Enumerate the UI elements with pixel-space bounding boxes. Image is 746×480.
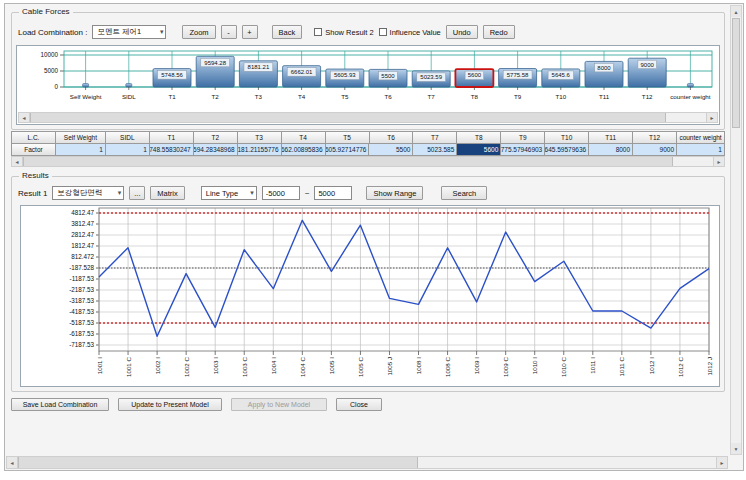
cable-forces-bar-chart[interactable]: 0500010000Self WeightSIDL5748.56T19594.2… [18, 47, 718, 113]
line-chart-x-label: 1003 I [212, 357, 219, 374]
line-chart-x-label: 1001 I [96, 357, 103, 374]
factor-table-header-cell: T1 [150, 132, 194, 144]
factor-cell[interactable]: 5748.55830247 [150, 144, 194, 156]
line-type-select[interactable]: Line Type ▾ [201, 186, 257, 200]
chevron-down-icon: ▾ [250, 189, 254, 197]
bar-chart-x-label: T5 [341, 93, 349, 100]
factor-cell[interactable]: 5600 [457, 144, 501, 156]
line-chart-y-tick: -7187.53 [69, 341, 94, 348]
scroll-down-icon[interactable]: ▼ [731, 443, 741, 454]
factor-table-scroll-thumb[interactable] [23, 157, 673, 166]
cable-forces-group: Cable Forces Load Combination : 모멘트 제어1 … [11, 12, 725, 130]
range-min-input[interactable] [262, 186, 300, 200]
bar-chart-x-label: T11 [599, 93, 610, 100]
factor-table-header-cell: T2 [194, 132, 238, 144]
scroll-right-icon[interactable]: ► [716, 457, 727, 468]
factor-cell[interactable]: 9000 [633, 144, 677, 156]
footer-buttons: Save Load Combination Update to Present … [11, 398, 382, 411]
window-v-scrollbar[interactable]: ▲ ▼ [730, 5, 742, 455]
undo-button[interactable]: Undo [446, 25, 478, 39]
show-range-button[interactable]: Show Range [366, 186, 423, 200]
bar-chart-h-scrollbar[interactable]: ◄ ► [18, 112, 718, 123]
line-chart-x-label: 1011 C [618, 356, 625, 376]
zoom-out-button[interactable]: - [221, 25, 237, 39]
factor-cell[interactable]: 1 [106, 144, 150, 156]
factor-cell[interactable]: 6662.00895836 [282, 144, 326, 156]
line-chart-y-tick: 3812.47 [71, 220, 94, 227]
factor-table-h-scrollbar[interactable]: ◄ ► [11, 156, 725, 167]
scroll-left-icon[interactable]: ◄ [19, 113, 30, 122]
line-chart-y-tick: 1812.47 [71, 242, 94, 249]
back-button[interactable]: Back [272, 25, 303, 39]
scroll-up-icon[interactable]: ▲ [731, 6, 741, 17]
scroll-left-icon[interactable]: ◄ [7, 457, 18, 468]
factor-cell[interactable]: 5775.57946903 [501, 144, 545, 156]
scroll-right-icon[interactable]: ► [706, 113, 717, 122]
redo-button[interactable]: Redo [483, 25, 515, 39]
factor-cell[interactable]: 8181.21155776 [238, 144, 282, 156]
factor-cell[interactable]: 8000 [589, 144, 633, 156]
bar-chart-scroll-thumb[interactable] [30, 113, 666, 122]
window-scroll-thumb[interactable] [18, 457, 418, 468]
line-chart-y-tick: 812.472 [71, 253, 94, 260]
load-combination-value: 모멘트 제어1 [97, 27, 141, 37]
bar-value-label: 5748.56 [161, 72, 183, 78]
matrix-button[interactable]: Matrix [150, 186, 184, 200]
line-chart-x-label: 1003 C [241, 356, 248, 376]
result-line-chart[interactable]: 4812.473812.472812.471812.47812.472-187.… [21, 206, 719, 386]
cable-forces-bar-chart-panel: 0500010000Self WeightSIDL5748.56T19594.2… [16, 45, 720, 125]
influence-value-checkbox[interactable]: Influence Value [379, 28, 441, 37]
line-chart-x-label: 1012 C [677, 356, 684, 376]
bar-chart-x-label: T8 [471, 93, 479, 100]
line-chart-x-label: 1005 C [357, 356, 364, 376]
line-chart-x-label: 1002 I [154, 357, 161, 374]
result-type-select[interactable]: 보강형단면력 ▾ [52, 186, 124, 200]
show-result-2-label: Show Result 2 [325, 28, 373, 37]
line-chart-x-label: 1012 J [706, 357, 713, 376]
line-chart-y-tick: -4187.53 [69, 308, 94, 315]
show-result-2-checkbox[interactable]: Show Result 2 [314, 28, 373, 37]
scroll-right-icon[interactable]: ► [713, 157, 724, 166]
bar-chart-x-label: T7 [428, 93, 436, 100]
factor-table-header-cell: T10 [545, 132, 589, 144]
factor-cell[interactable]: 5500 [369, 144, 413, 156]
factor-cell[interactable]: 5645.59579636 [545, 144, 589, 156]
checkbox-icon [314, 28, 322, 36]
chevron-down-icon: ▾ [160, 28, 164, 36]
cable-forces-group-label: Cable Forces [19, 7, 73, 16]
search-button[interactable]: Search [441, 186, 487, 200]
result-series-line [99, 220, 709, 336]
bar-SIDL[interactable] [126, 84, 132, 88]
zoom-in-button[interactable]: + [242, 25, 258, 39]
load-combination-select[interactable]: 모멘트 제어1 ▾ [92, 25, 166, 39]
factor-cell[interactable]: 5023.585 [413, 144, 457, 156]
line-chart-x-label: 1008 I [415, 357, 422, 374]
line-type-value: Line Type [206, 189, 238, 198]
line-chart-x-label: 1008 C [444, 356, 451, 376]
line-chart-y-tick: 4812.47 [71, 209, 94, 216]
dialog-window: Cable Forces Load Combination : 모멘트 제어1 … [4, 3, 744, 471]
window-v-scroll-thumb[interactable] [732, 18, 740, 128]
line-chart-y-tick: 2812.47 [71, 231, 94, 238]
browse-button[interactable]: ... [129, 186, 145, 200]
factor-table[interactable]: L.C.Self WeightSIDLT1T2T3T4T5T6T7T8T9T10… [11, 131, 725, 156]
line-chart-x-label: 1005 I [328, 357, 335, 374]
close-button[interactable]: Close [336, 398, 382, 411]
factor-cell[interactable]: 5605.92714776 [326, 144, 370, 156]
factor-cell[interactable]: 9594.28348968 [194, 144, 238, 156]
range-max-input[interactable] [314, 186, 352, 200]
factor-cell[interactable]: 1 [56, 144, 106, 156]
factor-table-header-cell: T12 [633, 132, 677, 144]
zoom-button[interactable]: Zoom [182, 25, 215, 39]
factor-cell[interactable]: 1 [677, 144, 725, 156]
bar-counter weight[interactable] [687, 84, 693, 88]
bar-Self Weight[interactable] [83, 84, 89, 88]
scroll-left-icon[interactable]: ◄ [12, 157, 23, 166]
factor-row-label[interactable]: Factor [12, 144, 56, 156]
factor-table-header-cell: T11 [589, 132, 633, 144]
update-to-present-model-button[interactable]: Update to Present Model [118, 398, 222, 411]
save-load-combination-button[interactable]: Save Load Combination [11, 398, 109, 411]
window-h-scrollbar[interactable]: ◄ ► [6, 456, 728, 469]
factor-table-header-cell: T7 [413, 132, 457, 144]
bar-chart-x-label: T1 [168, 93, 176, 100]
